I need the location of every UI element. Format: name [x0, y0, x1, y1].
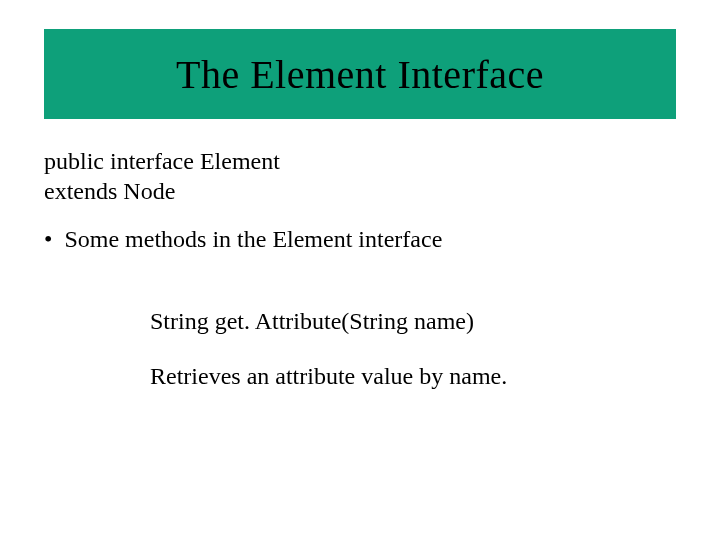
- bullet-item: • Some methods in the Element interface: [44, 226, 442, 253]
- declaration-line-2: extends Node: [44, 176, 280, 206]
- slide-title: The Element Interface: [176, 51, 544, 98]
- title-bar: The Element Interface: [44, 29, 676, 119]
- bullet-text: Some methods in the Element interface: [64, 226, 442, 253]
- declaration-line-1: public interface Element: [44, 146, 280, 176]
- method-signature: String get. Attribute(String name): [150, 306, 507, 337]
- bullet-marker: •: [44, 226, 52, 252]
- method-block: String get. Attribute(String name) Retri…: [150, 306, 507, 392]
- slide: The Element Interface public interface E…: [0, 0, 720, 540]
- interface-declaration: public interface Element extends Node: [44, 146, 280, 206]
- method-description: Retrieves an attribute value by name.: [150, 361, 507, 392]
